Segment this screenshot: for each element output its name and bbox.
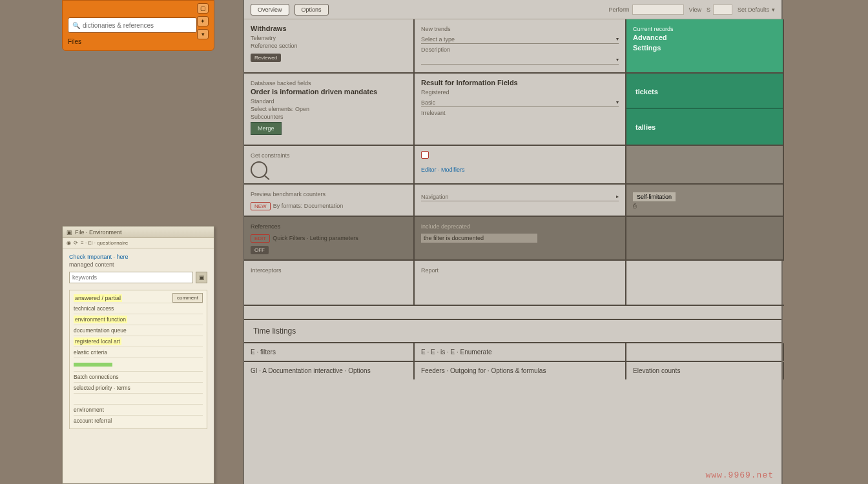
mini-titlebar[interactable]: ▣ File · Environment <box>63 227 214 238</box>
cell-text: Self-limitation <box>633 192 676 201</box>
cell-records[interactable]: Current records Advanced Settings <box>626 19 784 74</box>
small-icon: ⎙ <box>633 203 776 209</box>
cell-order-info: Database backed fields Order is informat… <box>244 74 415 146</box>
cell-preview: Preview benchmark counters NEWBy formats… <box>244 185 415 217</box>
editor-link[interactable]: Editor · Modifiers <box>421 166 619 173</box>
cell-title: Result for Information Fields <box>421 79 619 86</box>
filter-icon[interactable]: ▾ <box>197 29 209 39</box>
time-listings-section: Time listings E · filters E · E · is · E… <box>244 319 781 379</box>
cell-blank3 <box>626 261 784 306</box>
form-grid: Withdraws Telemetry Reference section Re… <box>244 19 781 306</box>
cell-sub: Standard <box>251 98 407 105</box>
list-item[interactable]: documentation queue <box>74 325 203 336</box>
list-item[interactable]: account referral <box>74 415 203 426</box>
cell-sub: Telemetry <box>251 35 407 41</box>
description-dropdown[interactable]: ▾ <box>421 55 619 65</box>
s2-cell: GI · A Documentation interactive · Optio… <box>244 362 415 379</box>
list-item[interactable]: selected priority · terms <box>74 382 203 393</box>
perform-input[interactable] <box>632 5 684 15</box>
cell-sub: Subcounters <box>251 114 407 120</box>
list-item[interactable]: environment <box>74 404 203 415</box>
overview-button[interactable]: Overview <box>251 4 289 15</box>
cell-result-fields: Result for Information Fields Registered… <box>415 74 626 146</box>
s2-cell: Feeders · Outgoing for · Options & formu… <box>415 362 626 379</box>
merge-button[interactable]: Merge <box>251 122 282 135</box>
pin-icon[interactable]: ✦ <box>197 16 209 26</box>
search-widget: ▢ ✦ ▾ 🔍 Files <box>62 0 214 51</box>
search-box[interactable]: 🔍 <box>68 17 197 33</box>
chevron-right-icon: ▸ <box>616 194 619 199</box>
list-item[interactable]: technical access <box>74 303 203 314</box>
cell-report: Report <box>415 261 626 306</box>
cell-selflimit: Self-limitation ⎙ <box>626 185 784 217</box>
cell-interceptors: Interceptors <box>244 261 415 306</box>
form-toolbar: Overview Options Perform View S Set Defa… <box>244 0 781 19</box>
cell-sub: Description <box>421 46 619 53</box>
reload-icon[interactable]: ⟳ <box>74 240 78 246</box>
cell-sub: Irrelevant <box>421 110 619 116</box>
list-item[interactable]: elastic criteria <box>74 347 203 358</box>
maximize-icon[interactable]: ▢ <box>197 3 209 14</box>
chevron-down-icon: ▾ <box>616 36 619 42</box>
app-icon: ▣ <box>67 229 72 236</box>
list-item[interactable]: environment function <box>74 314 203 325</box>
cell-line: Settings <box>633 44 776 52</box>
cell-blank <box>626 146 784 185</box>
options-button[interactable]: Options <box>294 4 329 15</box>
cell-line: Advanced <box>633 34 776 41</box>
section-title: Time listings <box>244 320 781 343</box>
cell-sub: New trends <box>421 26 619 32</box>
cell-withdraws: Withdraws Telemetry Reference section Re… <box>244 19 415 74</box>
cell-navigation: Navigation▸ <box>415 185 626 217</box>
filter-field[interactable] <box>421 234 537 243</box>
widget-label: Files <box>68 38 209 45</box>
version-input[interactable] <box>713 5 732 15</box>
mini-addressbar[interactable]: ◉ ⟳ ≡ · El · questionnaire <box>63 238 214 248</box>
mini-subtitle: managed content <box>69 261 207 268</box>
type-dropdown[interactable]: Select a type▾ <box>421 35 619 44</box>
cell-references: References EDITQuick Filters · Letting p… <box>244 217 415 261</box>
cell-sub: Get constraints <box>251 152 407 159</box>
mini-link[interactable]: Check Important · here <box>69 254 207 260</box>
tallies-box[interactable]: tallies <box>626 109 783 145</box>
list-item <box>74 393 203 404</box>
mini-search-go[interactable]: ▣ <box>196 272 207 283</box>
navigation-dropdown[interactable]: Navigation▸ <box>421 192 619 201</box>
defaults-label: Set Defaults <box>738 6 769 13</box>
mini-browser-window: ▣ File · Environment ◉ ⟳ ≡ · El · questi… <box>62 226 214 484</box>
mini-item-list: technical access environment function do… <box>74 303 203 426</box>
chevron-down-icon: ▾ <box>616 99 619 105</box>
mini-search-input[interactable] <box>69 272 193 283</box>
cell-text: By formats: Documentation <box>273 203 344 209</box>
cell-text: Quick Filters · Letting parameters <box>273 235 358 241</box>
status-badge: Reviewed <box>251 54 281 62</box>
mini-list-header: answered / partial <box>74 294 122 302</box>
s2-cell: Elevation counts <box>626 362 784 379</box>
version-label: S <box>707 6 710 13</box>
list-item[interactable]: registered local art <box>74 336 203 347</box>
cell-editor: Editor · Modifiers <box>415 146 626 185</box>
cell-text: Report <box>421 267 619 274</box>
cell-constraints: Get constraints <box>244 146 415 185</box>
chevron-down-icon[interactable]: ▾ <box>772 6 775 13</box>
watermark-text: www.9969.net <box>705 470 774 480</box>
magnifier-icon[interactable] <box>251 161 267 178</box>
s2-cell <box>626 343 784 361</box>
basic-dropdown[interactable]: Basic▾ <box>421 98 619 107</box>
mini-title: File · Environment <box>75 229 122 236</box>
cell-sub: Registered <box>421 89 619 96</box>
list-item <box>74 358 203 371</box>
cell-blank2 <box>626 217 784 261</box>
cell-line: Current records <box>633 26 776 32</box>
cell-filter-doc: include deprecated <box>415 217 626 261</box>
flag-icon <box>421 151 429 159</box>
mini-post-button[interactable]: comment <box>172 293 203 303</box>
search-input[interactable] <box>83 22 192 29</box>
cell-title: Order is information driven mandates <box>251 88 407 96</box>
cell-text: Interceptors <box>251 267 407 274</box>
globe-icon: ◉ <box>67 240 71 246</box>
cell-sub: References <box>251 223 407 230</box>
tickets-box[interactable]: tickets <box>626 74 783 109</box>
list-item[interactable]: Batch connections <box>74 371 203 382</box>
cell-sub: Select elements: Open <box>251 106 407 112</box>
